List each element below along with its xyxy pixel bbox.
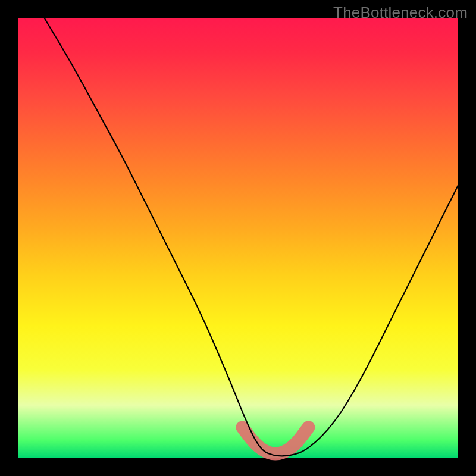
bottleneck-curve <box>44 18 458 456</box>
chart-frame: TheBottleneck.com <box>0 0 476 476</box>
chart-svg <box>18 18 458 458</box>
plot-area <box>18 18 458 458</box>
highlight-segment <box>242 427 308 453</box>
